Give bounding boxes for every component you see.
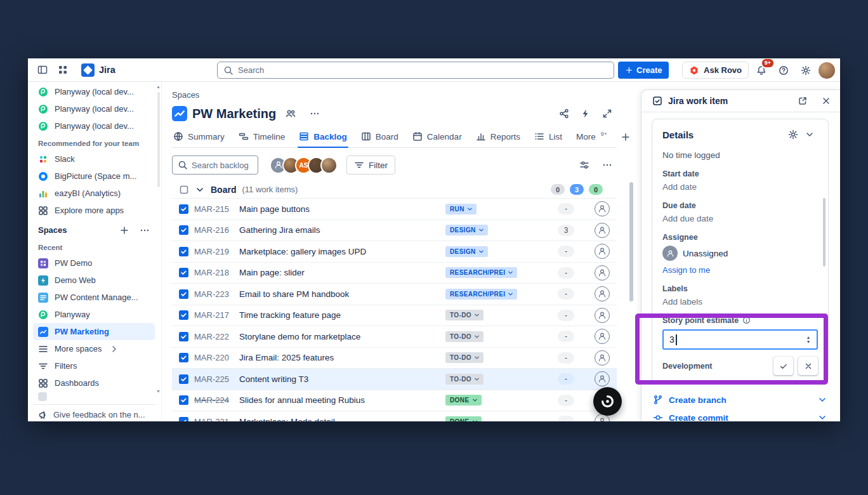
- toolbar-avatar-5[interactable]: [320, 157, 338, 174]
- status-dropdown[interactable]: RESEARCH/PREI: [445, 267, 517, 278]
- backlog-row-mar-224[interactable]: MAR-224Slides for annual meeting RubiusD…: [172, 390, 617, 412]
- status-dropdown[interactable]: RESEARCH/PREI: [445, 289, 517, 300]
- board-group-header[interactable]: Board (11 work items) 030: [172, 181, 617, 198]
- details-collapse-button[interactable]: [801, 126, 818, 143]
- sidebar-space-demo-web[interactable]: Demo Web: [33, 272, 155, 289]
- sidebar-app-planyway-local-dev[interactable]: Planyway (local dev...: [33, 117, 155, 135]
- confirm-button[interactable]: [773, 357, 793, 375]
- assignee-button[interactable]: [590, 201, 614, 216]
- backlog-search[interactable]: [172, 155, 258, 175]
- chevron-down-icon[interactable]: [817, 412, 827, 421]
- open-in-new-button[interactable]: [794, 92, 812, 110]
- view-settings-button[interactable]: [575, 155, 594, 175]
- number-stepper[interactable]: ▴ ▾: [802, 335, 815, 344]
- sidebar-app-planyway-local-dev[interactable]: Planyway (local dev...: [33, 100, 155, 117]
- details-header[interactable]: Details: [662, 126, 818, 143]
- assignee-button[interactable]: [590, 286, 614, 301]
- sidebar-app-eazybi-analytics[interactable]: eazyBI (Analytics): [33, 185, 155, 202]
- sidebar-space-pw-content-manage[interactable]: PW Content Manage...: [33, 289, 155, 306]
- status-dropdown[interactable]: TO-DO: [445, 331, 483, 342]
- user-avatar[interactable]: [819, 62, 835, 79]
- tab-reports[interactable]: Reports: [475, 129, 522, 147]
- assignee-button[interactable]: [590, 265, 614, 280]
- status-dropdown[interactable]: TO-DO: [445, 352, 483, 363]
- backlog-row-mar-215[interactable]: MAR-215Main page buttonsRUN-: [172, 199, 617, 220]
- tab-summary[interactable]: Summary: [172, 129, 226, 147]
- select-all-checkbox[interactable]: [179, 185, 189, 195]
- assignee-button[interactable]: [590, 371, 614, 386]
- settings-button[interactable]: [796, 61, 815, 80]
- jira-brand[interactable]: Jira: [81, 63, 115, 77]
- sidebar-app-bigpicture-space-m[interactable]: BigPicture (Space m...: [33, 168, 155, 185]
- sidebar-app-planyway-local-dev[interactable]: Planyway (local dev...: [33, 83, 155, 100]
- content-scrollbar[interactable]: [629, 182, 633, 301]
- backlog-row-mar-225[interactable]: MAR-225Content writing T3TO-DO-: [172, 369, 617, 390]
- status-dropdown[interactable]: DESIGN: [445, 225, 488, 235]
- sidebar-space-pw-marketing[interactable]: PW Marketing: [33, 323, 155, 340]
- help-button[interactable]: [774, 61, 793, 80]
- backlog-row-mar-221[interactable]: MAR-221Marketplace: Mode detailDONE-: [172, 411, 617, 421]
- status-dropdown[interactable]: DONE: [445, 416, 482, 421]
- story-point-input[interactable]: [669, 334, 802, 345]
- assignee-button[interactable]: [590, 350, 614, 366]
- global-search-input[interactable]: [238, 65, 608, 75]
- sidebar-space-pw-demo[interactable]: PW Demo: [33, 254, 155, 272]
- collapse-group-icon[interactable]: [195, 185, 205, 195]
- ask-rovo-button[interactable]: Ask Rovo: [682, 62, 749, 79]
- assign-to-me-link[interactable]: Assign to me: [662, 265, 710, 275]
- stepper-down-icon[interactable]: ▾: [807, 340, 810, 344]
- add-view-button[interactable]: [617, 129, 634, 145]
- details-settings-button[interactable]: [785, 126, 801, 143]
- add-people-button[interactable]: [281, 104, 300, 123]
- tab-timeline[interactable]: Timeline: [237, 129, 287, 147]
- toolbar-more-button[interactable]: [598, 155, 617, 175]
- sidebar-scroll-up-arrow[interactable]: ▲: [156, 84, 161, 89]
- assignee-value[interactable]: Unassigned: [662, 246, 818, 261]
- start-date-value[interactable]: Add date: [662, 182, 818, 192]
- create-button[interactable]: Create: [618, 62, 669, 79]
- sidebar-space-planyway[interactable]: Planyway: [33, 306, 155, 323]
- create-commit-link[interactable]: Create commit: [652, 409, 829, 421]
- assignee-button[interactable]: [590, 244, 614, 259]
- status-dropdown[interactable]: TO-DO: [445, 310, 483, 320]
- backlog-row-mar-217[interactable]: MAR-217Time tracking feature pageTO-DO-: [172, 305, 617, 327]
- automation-button[interactable]: [576, 104, 595, 123]
- app-switcher-button[interactable]: [53, 60, 72, 79]
- sidebar-item-filters[interactable]: Filters: [33, 357, 155, 374]
- backlog-row-mar-219[interactable]: MAR-219Marketplace: gallery images UPDDE…: [172, 241, 617, 263]
- sidebar-scrollbar[interactable]: [157, 92, 160, 187]
- backlog-search-input[interactable]: [192, 161, 253, 170]
- due-date-value[interactable]: Add due date: [662, 214, 818, 223]
- sidebar-item-more-spaces[interactable]: More spaces: [33, 340, 155, 357]
- status-dropdown[interactable]: DONE: [445, 395, 482, 406]
- close-panel-button[interactable]: [817, 92, 835, 110]
- sidebar-scroll-down-arrow[interactable]: ▼: [156, 389, 161, 393]
- filter-button[interactable]: Filter: [346, 155, 395, 175]
- status-dropdown[interactable]: TO-DO: [445, 374, 483, 385]
- share-button[interactable]: [555, 104, 574, 123]
- panel-scrollbar[interactable]: [823, 198, 825, 267]
- tab-calendar[interactable]: Calendar: [411, 129, 463, 147]
- backlog-row-mar-223[interactable]: MAR-223Email to share PM handbookRESEARC…: [172, 284, 617, 305]
- cancel-button[interactable]: [798, 357, 818, 375]
- sidebar-app-slack[interactable]: Slack: [33, 150, 155, 168]
- backlog-row-mar-220[interactable]: MAR-220Jira Email: 2025 featuresTO-DO-: [172, 348, 617, 369]
- spaces-more-button[interactable]: [137, 223, 152, 238]
- sidebar-item-dashboards[interactable]: Dashboards: [33, 374, 155, 392]
- backlog-row-mar-222[interactable]: MAR-222Storylane demo for marketplaceTO-…: [172, 326, 617, 348]
- tab-backlog[interactable]: Backlog: [298, 129, 348, 147]
- global-search[interactable]: [217, 62, 614, 79]
- add-space-button[interactable]: [117, 223, 132, 238]
- chevron-down-icon[interactable]: [817, 395, 827, 405]
- tab-list[interactable]: List: [533, 129, 563, 147]
- assignee-button[interactable]: [590, 329, 614, 344]
- sidebar-spaces-row[interactable]: Spaces: [33, 221, 155, 239]
- assignee-button[interactable]: [590, 223, 614, 238]
- tab-board[interactable]: Board: [360, 129, 400, 147]
- fullscreen-button[interactable]: [598, 104, 617, 123]
- breadcrumb[interactable]: Spaces: [172, 90, 199, 100]
- playway-floating-button[interactable]: [593, 387, 622, 416]
- tab-more[interactable]: More9+: [575, 129, 608, 147]
- sidebar-app-explore-more-apps[interactable]: Explore more apps: [33, 202, 155, 219]
- backlog-row-mar-218[interactable]: MAR-218Main page: sliderRESEARCH/PREI-: [172, 263, 617, 284]
